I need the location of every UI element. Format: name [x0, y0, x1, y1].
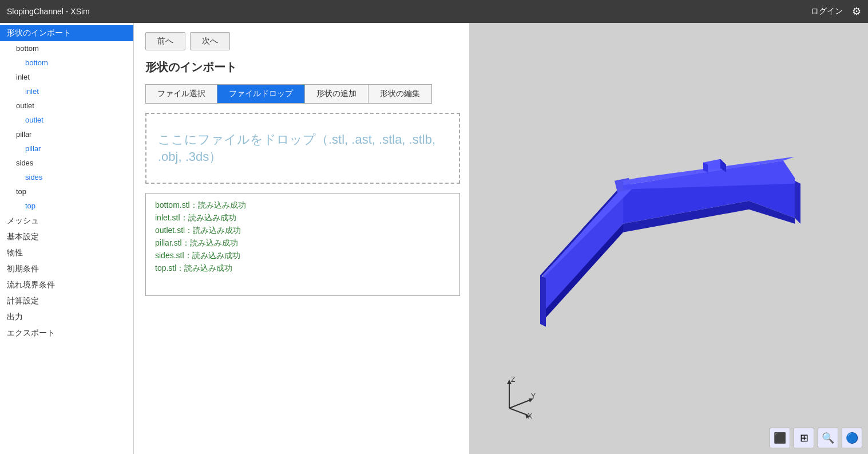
tab-file-drop[interactable]: ファイルドロップ	[217, 85, 305, 103]
page-title: 形状のインポート	[145, 60, 458, 75]
viewport-3d: Z Y X ⬛⊞🔍🔵	[469, 23, 868, 454]
sidebar: 形状のインポートbottombottominletinletoutletoutl…	[0, 23, 134, 454]
log-line: pillar.stl：読み込み成功	[155, 238, 450, 248]
content-area: 前へ 次へ 形状のインポート ファイル選択ファイルドロップ形状の追加形状の編集 …	[134, 23, 469, 454]
main-layout: 形状のインポートbottombottominletinletoutletoutl…	[0, 23, 868, 454]
sidebar-item-sides-child[interactable]: sides	[0, 170, 133, 184]
svg-marker-2	[795, 180, 800, 223]
sidebar-item-inlet-child[interactable]: inlet	[0, 84, 133, 98]
log-line: outlet.stl：読み込み成功	[155, 226, 450, 236]
sidebar-item-bottom-parent[interactable]: bottom	[0, 41, 133, 56]
sidebar-item-bottom-child[interactable]: bottom	[0, 56, 133, 70]
sidebar-item-calc[interactable]: 計算設定	[0, 293, 133, 309]
tabs-container: ファイル選択ファイルドロップ形状の追加形状の編集	[145, 84, 432, 104]
svg-line-16	[509, 400, 531, 408]
sidebar-item-boundary[interactable]: 流れ境界条件	[0, 277, 133, 293]
cube-icon[interactable]: ⬛	[770, 428, 790, 448]
sidebar-item-output[interactable]: 出力	[0, 309, 133, 325]
back-button[interactable]: 前へ	[145, 32, 185, 50]
y-axis-label: Y	[531, 392, 536, 400]
nav-buttons: 前へ 次へ	[145, 32, 458, 50]
sidebar-item-initial[interactable]: 初期条件	[0, 261, 133, 277]
gear-icon[interactable]: ⚙	[852, 5, 861, 18]
sidebar-item-import[interactable]: 形状のインポート	[0, 25, 133, 41]
tab-add-shape[interactable]: 形状の追加	[305, 85, 368, 103]
log-area: bottom.stl：読み込み成功inlet.stl：読み込み成功outlet.…	[145, 193, 460, 296]
sidebar-item-outlet-child[interactable]: outlet	[0, 113, 133, 127]
log-line: inlet.stl：読み込み成功	[155, 213, 450, 223]
log-line: sides.stl：読み込み成功	[155, 251, 450, 261]
login-button[interactable]: ログイン	[811, 6, 843, 17]
tab-edit-shape[interactable]: 形状の編集	[368, 85, 431, 103]
sidebar-item-top-child[interactable]: top	[0, 199, 133, 213]
sidebar-item-mesh[interactable]: メッシュ	[0, 213, 133, 229]
sidebar-item-pillar-child[interactable]: pillar	[0, 141, 133, 156]
drop-zone-text: ここにファイルをドロップ（.stl, .ast, .stla, .stlb, .…	[158, 131, 447, 165]
viewport-toolbar: ⬛⊞🔍🔵	[770, 428, 862, 448]
app-title: SlopingChannel - XSim	[7, 7, 90, 16]
sidebar-item-pillar-parent[interactable]: pillar	[0, 127, 133, 141]
log-line: bottom.stl：読み込み成功	[155, 200, 450, 211]
sidebar-item-material[interactable]: 物性	[0, 245, 133, 261]
svg-marker-7	[540, 275, 546, 326]
viewport: Z Y X ⬛⊞🔍🔵	[469, 23, 868, 454]
axis-indicator: Z Y X	[492, 374, 538, 420]
sidebar-item-basic[interactable]: 基本設定	[0, 229, 133, 245]
3d-shape	[509, 117, 829, 337]
drop-zone[interactable]: ここにファイルをドロップ（.stl, .ast, .stla, .stlb, .…	[145, 113, 460, 184]
search-icon[interactable]: 🔍	[818, 428, 838, 448]
log-line: top.stl：読み込み成功	[155, 263, 450, 274]
z-axis-label: Z	[511, 376, 515, 384]
next-button[interactable]: 次へ	[190, 32, 230, 50]
sidebar-item-export[interactable]: エクスポート	[0, 325, 133, 341]
sidebar-item-inlet-parent[interactable]: inlet	[0, 70, 133, 84]
x-axis-label: X	[528, 412, 532, 420]
grid-icon[interactable]: ⊞	[794, 428, 814, 448]
sidebar-item-outlet-parent[interactable]: outlet	[0, 98, 133, 113]
sidebar-item-sides-parent[interactable]: sides	[0, 156, 133, 170]
titlebar: SlopingChannel - XSim ログイン ⚙	[0, 0, 868, 23]
sidebar-item-top-parent[interactable]: top	[0, 184, 133, 199]
tab-file-select[interactable]: ファイル選択	[146, 85, 217, 103]
svg-line-18	[509, 408, 528, 415]
sphere-icon[interactable]: 🔵	[842, 428, 862, 448]
